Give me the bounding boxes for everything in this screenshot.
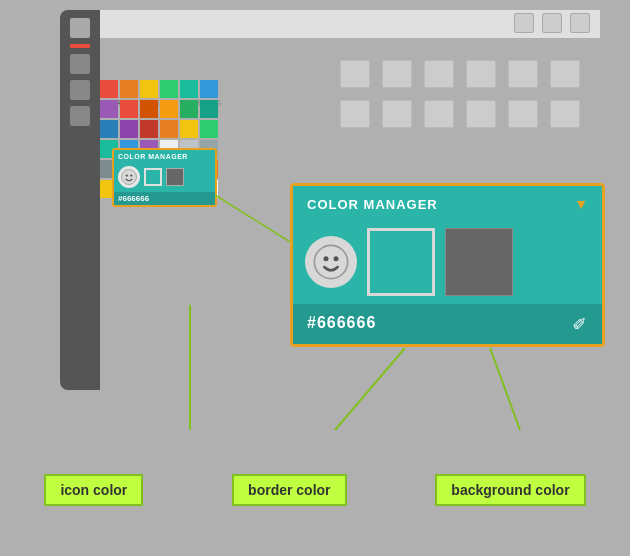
tab-icon2-3 bbox=[424, 100, 454, 128]
icon-color-label: icon color bbox=[44, 474, 143, 506]
color-cell[interactable] bbox=[180, 80, 198, 98]
sidebar-icon-3 bbox=[70, 80, 90, 100]
label-container: icon color border color background color bbox=[0, 474, 630, 506]
tablet-sidebar bbox=[60, 10, 100, 390]
small-color-manager[interactable]: COLOR MANAGER #666666 bbox=[112, 148, 217, 207]
smiley-icon-large bbox=[311, 242, 351, 282]
sidebar-icon-4 bbox=[70, 106, 90, 126]
color-cell[interactable] bbox=[120, 100, 138, 118]
color-cell[interactable] bbox=[200, 120, 218, 138]
tablet-icons-row2 bbox=[340, 60, 580, 88]
large-cm-bottom: #666666 ✏ bbox=[293, 304, 602, 344]
tab-icon-4 bbox=[466, 60, 496, 88]
small-border-swatch[interactable] bbox=[144, 168, 162, 186]
color-cell[interactable] bbox=[120, 120, 138, 138]
small-bg-swatch[interactable] bbox=[166, 168, 184, 186]
small-cm-title: COLOR MANAGER bbox=[114, 150, 215, 162]
color-cell[interactable] bbox=[120, 80, 138, 98]
large-icon-circle[interactable] bbox=[305, 236, 357, 288]
svg-point-5 bbox=[334, 256, 339, 261]
color-cell[interactable] bbox=[100, 120, 118, 138]
large-bg-swatch[interactable] bbox=[445, 228, 513, 296]
tab-icon2-5 bbox=[508, 100, 538, 128]
color-cell[interactable] bbox=[100, 80, 118, 98]
tablet-top-bar bbox=[100, 10, 600, 38]
tab-icon-5 bbox=[508, 60, 538, 88]
color-cell[interactable] bbox=[180, 100, 198, 118]
tab-icon2-4 bbox=[466, 100, 496, 128]
sidebar-accent bbox=[70, 44, 90, 48]
large-cm-swatches bbox=[293, 220, 602, 304]
large-cm-header: COLOR MANAGER ▼ bbox=[293, 186, 602, 220]
color-cell[interactable] bbox=[160, 80, 178, 98]
tab-icon2-6 bbox=[550, 100, 580, 128]
tab-icon-6 bbox=[550, 60, 580, 88]
top-icon-2 bbox=[542, 13, 562, 33]
border-color-label: border color bbox=[232, 474, 346, 506]
color-cell[interactable] bbox=[200, 100, 218, 118]
dropdown-arrow-icon[interactable]: ▼ bbox=[574, 196, 588, 212]
tab-icon2-1 bbox=[340, 100, 370, 128]
color-cell[interactable] bbox=[100, 100, 118, 118]
color-cell[interactable] bbox=[180, 120, 198, 138]
top-icon-3 bbox=[570, 13, 590, 33]
color-cell[interactable] bbox=[140, 80, 158, 98]
small-cm-body bbox=[114, 162, 215, 192]
svg-point-4 bbox=[324, 256, 329, 261]
tab-icon-2 bbox=[382, 60, 412, 88]
color-cell[interactable] bbox=[160, 120, 178, 138]
small-cm-hex: #666666 bbox=[114, 192, 215, 205]
color-cell[interactable] bbox=[200, 80, 218, 98]
sidebar-icon-1 bbox=[70, 18, 90, 38]
smiley-icon-small bbox=[120, 168, 138, 186]
large-cm-hex: #666666 bbox=[307, 314, 376, 332]
svg-point-3 bbox=[314, 245, 347, 278]
svg-point-1 bbox=[126, 174, 128, 176]
color-cell[interactable] bbox=[160, 100, 178, 118]
background-color-label: background color bbox=[435, 474, 585, 506]
svg-point-0 bbox=[122, 170, 137, 185]
tab-icon-3 bbox=[424, 60, 454, 88]
svg-point-2 bbox=[130, 174, 132, 176]
tab-icon2-2 bbox=[382, 100, 412, 128]
color-cell[interactable] bbox=[140, 120, 158, 138]
small-icon-circle bbox=[118, 166, 140, 188]
tablet-icons-row3 bbox=[340, 100, 580, 128]
color-cell[interactable] bbox=[140, 100, 158, 118]
large-border-swatch[interactable] bbox=[367, 228, 435, 296]
top-icon-1 bbox=[514, 13, 534, 33]
edit-pencil-icon[interactable]: ✏ bbox=[567, 310, 593, 336]
tab-icon-1 bbox=[340, 60, 370, 88]
large-cm-title: COLOR MANAGER bbox=[307, 197, 438, 212]
large-color-manager[interactable]: COLOR MANAGER ▼ #666666 ✏ bbox=[290, 183, 605, 347]
sidebar-icon-2 bbox=[70, 54, 90, 74]
